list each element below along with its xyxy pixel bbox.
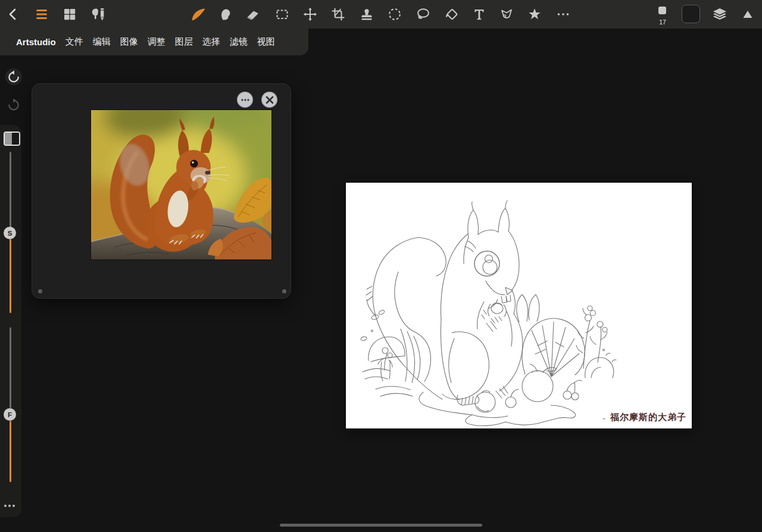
menu-select[interactable]: 选择 [202, 36, 220, 48]
flow-slider-knob[interactable]: F [4, 408, 16, 421]
star-icon [527, 7, 542, 21]
color-swatch[interactable] [682, 5, 700, 23]
split-preview-toggle[interactable] [4, 132, 20, 146]
top-toolbar: 17 [0, 0, 762, 29]
smudge-finger-icon [218, 7, 233, 21]
marquee-rect-icon [275, 7, 289, 21]
tool-crop-button[interactable] [325, 0, 351, 29]
tool-text-button[interactable] [466, 0, 492, 29]
eraser-icon [246, 7, 260, 21]
undo-button[interactable] [5, 68, 22, 85]
left-panel-more-button[interactable] [4, 505, 15, 507]
menu-image[interactable]: 图像 [120, 36, 138, 48]
grid-icon [63, 7, 77, 21]
undo-icon [7, 70, 21, 84]
hand-and-pencil-icon [90, 7, 108, 22]
split-right-half [12, 133, 19, 145]
stamp-icon [360, 7, 374, 21]
split-left-half [5, 133, 12, 145]
gallery-button[interactable] [57, 0, 83, 29]
touch-pencil-settings-button[interactable] [86, 0, 112, 29]
layers-icon [712, 7, 727, 22]
layers-button[interactable] [707, 0, 733, 29]
home-indicator[interactable] [280, 524, 482, 527]
squirrel-photo [91, 110, 271, 259]
brush-size-preview[interactable] [658, 7, 666, 14]
size-slider-track-top[interactable] [10, 152, 11, 228]
collapse-toolbar-button[interactable] [735, 0, 761, 29]
close-icon [265, 95, 274, 105]
back-button[interactable] [0, 0, 26, 29]
lasso-icon [416, 7, 430, 21]
hamburger-menu-icon [35, 7, 49, 21]
menu-artstudio[interactable]: Artstudio [16, 37, 56, 47]
tool-smudge-button[interactable] [213, 0, 239, 29]
tool-shape-star-button[interactable] [521, 0, 548, 29]
menu-filter[interactable]: 滤镜 [230, 36, 248, 48]
reference-close-button[interactable] [261, 92, 277, 108]
tool-clone-stamp-button[interactable] [354, 0, 380, 29]
resize-handle-right[interactable] [282, 289, 286, 293]
menu-view[interactable]: 视图 [257, 36, 275, 48]
marquee-ellipse-icon [388, 7, 402, 21]
menu-edit[interactable]: 编辑 [93, 36, 111, 48]
menu-bar: Artstudio 文件 编辑 图像 调整 图层 选择 滤镜 视图 [0, 29, 308, 55]
brush-size-value: 17 [655, 18, 670, 26]
tool-fill-bucket-button[interactable] [438, 0, 464, 29]
ellipsis-icon [556, 7, 570, 21]
tool-erase-button[interactable] [240, 0, 266, 29]
main-menu-button[interactable] [29, 0, 55, 29]
move-arrows-icon [303, 7, 317, 21]
chevron-left-icon [6, 7, 20, 21]
toolbar-more-button[interactable] [550, 0, 576, 29]
redo-button[interactable] [5, 96, 22, 113]
reference-photo-squirrel [91, 110, 271, 259]
squirrel-sketch [346, 183, 692, 428]
flow-slider-track-top[interactable] [10, 327, 11, 408]
drawing-canvas[interactable]: 福尔摩斯的大弟子 [346, 183, 692, 428]
crop-icon [331, 7, 345, 21]
menu-layer[interactable]: 图层 [175, 36, 193, 48]
size-slider-knob[interactable]: S [4, 227, 16, 239]
pen-tool-icon [499, 7, 514, 21]
tool-pen-button[interactable] [494, 0, 520, 29]
tool-paint-button[interactable] [185, 0, 211, 29]
text-tool-icon [472, 7, 486, 21]
redo-icon [7, 98, 21, 112]
tool-select-lasso-button[interactable] [410, 0, 436, 29]
menu-file[interactable]: 文件 [65, 36, 83, 48]
more-icon [240, 95, 251, 105]
flow-slider-track-bottom[interactable] [10, 421, 11, 482]
menu-adjust[interactable]: 调整 [148, 36, 165, 48]
canvas-signature: 福尔摩斯的大弟子 [610, 412, 686, 423]
size-slider-track-bottom[interactable] [10, 239, 11, 313]
tool-move-button[interactable] [297, 0, 323, 29]
paint-bucket-icon [444, 7, 459, 21]
paintbrush-icon [190, 7, 206, 22]
reference-more-button[interactable] [237, 92, 253, 108]
tool-select-rect-button[interactable] [269, 0, 295, 29]
resize-handle-left[interactable] [38, 289, 42, 293]
triangle-up-icon [741, 7, 755, 21]
tool-select-ellipse-button[interactable] [382, 0, 408, 29]
reference-panel[interactable] [32, 83, 291, 299]
